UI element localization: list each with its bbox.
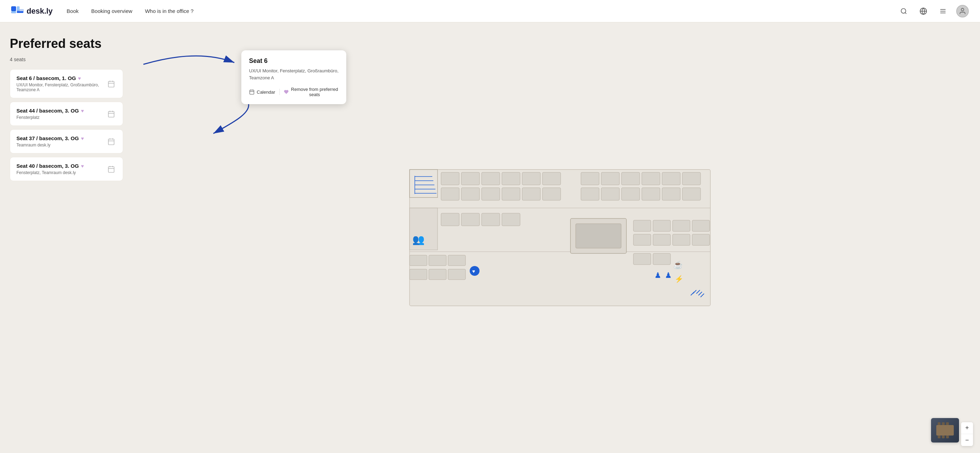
svg-rect-62 (662, 188, 680, 200)
svg-rect-74 (448, 255, 466, 265)
logo-icon (11, 6, 24, 16)
popup-actions: Calendar Remove from preferred seats (249, 87, 339, 97)
nav-book[interactable]: Book (67, 6, 79, 15)
svg-rect-75 (410, 269, 427, 280)
chair-shape (942, 436, 945, 438)
seat-card-3[interactable]: Seat 40 / basecom, 3. OG ♥ Fensterplatz,… (10, 157, 123, 181)
svg-rect-55 (502, 188, 520, 200)
seat-popup: Seat 6 UX/UI Monitor, Fensterplatz, Groß… (241, 50, 346, 104)
svg-rect-5 (11, 11, 16, 13)
svg-text:♟: ♟ (665, 271, 672, 280)
svg-rect-73 (429, 255, 446, 265)
svg-rect-58 (581, 188, 599, 200)
svg-rect-59 (601, 188, 619, 200)
popup-desc: UX/UI Monitor, Fensterplatz, Großraumbür… (249, 67, 339, 81)
svg-point-8 (901, 8, 906, 13)
seat-card-title-2: Seat 37 / basecom, 3. OG ♥ (16, 135, 106, 141)
svg-rect-56 (522, 188, 540, 200)
floor-plan: 👥 ☕ (396, 162, 718, 313)
svg-rect-84 (633, 234, 651, 245)
calendar-btn-3[interactable] (106, 164, 116, 175)
svg-rect-60 (622, 188, 640, 200)
svg-rect-54 (482, 188, 500, 200)
user-icon (959, 7, 966, 15)
seat-count: 4 seats (10, 57, 123, 62)
main-layout: Preferred seats 4 seats Seat 6 / basecom… (0, 22, 980, 453)
heart-icon-2: ♥ (81, 136, 84, 141)
popup-calendar-btn[interactable]: Calendar (249, 89, 275, 95)
logo[interactable]: desk.ly (11, 6, 53, 16)
avatar[interactable] (956, 5, 969, 17)
svg-rect-49 (642, 172, 660, 185)
chair-shape (942, 422, 945, 425)
svg-rect-24 (108, 139, 115, 145)
seat-card-0[interactable]: Seat 6 / basecom, 1. OG ♥ UX/UI Monitor,… (10, 69, 123, 98)
nav-booking-overview[interactable]: Booking overview (91, 6, 132, 15)
svg-rect-6 (17, 6, 19, 11)
svg-rect-69 (502, 213, 520, 226)
seat-card-info-2: Seat 37 / basecom, 3. OG ♥ Teamraum desk… (16, 135, 106, 148)
svg-rect-77 (448, 269, 466, 280)
seat-card-subtitle-0: UX/UI Monitor, Fensterplatz, Großraumbür… (16, 83, 106, 92)
seat-card-2[interactable]: Seat 37 / basecom, 3. OG ♥ Teamraum desk… (10, 129, 123, 153)
room-photo (931, 418, 959, 442)
logo-text: desk.ly (27, 6, 53, 16)
svg-rect-28 (108, 166, 115, 172)
header-actions (897, 5, 969, 17)
seat-card-subtitle-2: Teamraum desk.ly (16, 143, 106, 148)
popup-remove-btn[interactable]: Remove from preferred seats (284, 87, 339, 97)
svg-rect-20 (108, 111, 115, 117)
svg-rect-79 (576, 224, 621, 248)
right-panel: 👥 ☕ (133, 22, 980, 453)
calendar-icon (107, 138, 115, 145)
chair-shape (938, 422, 940, 425)
svg-text:♥: ♥ (472, 269, 475, 274)
svg-point-15 (961, 8, 964, 11)
heart-icon-0: ♥ (78, 75, 81, 81)
chair-shape (946, 436, 949, 438)
seat-card-info-1: Seat 44 / basecom, 3. OG ♥ Fensterplatz (16, 108, 106, 120)
seat-card-1[interactable]: Seat 44 / basecom, 3. OG ♥ Fensterplatz (10, 102, 123, 126)
zoom-out-button[interactable]: − (961, 434, 973, 446)
svg-rect-89 (653, 253, 670, 265)
heart-outline-icon (284, 89, 288, 95)
globe-icon (920, 7, 927, 15)
svg-rect-101 (250, 90, 254, 94)
svg-rect-57 (542, 188, 561, 200)
calendar-icon (107, 110, 115, 118)
chair-shape (946, 422, 949, 425)
page-title: Preferred seats (10, 37, 123, 51)
zoom-in-button[interactable]: + (961, 422, 973, 434)
svg-text:♟: ♟ (654, 271, 661, 280)
svg-rect-53 (461, 188, 479, 200)
heart-icon-1: ♥ (81, 108, 84, 114)
hamburger-icon (939, 8, 947, 15)
seat-card-subtitle-1: Fensterplatz (16, 115, 106, 120)
svg-text:👥: 👥 (412, 234, 425, 245)
search-button[interactable] (897, 5, 910, 17)
search-icon (900, 8, 907, 15)
nav-who-in-office[interactable]: Who is in the office ? (145, 6, 193, 15)
seat-card-info-0: Seat 6 / basecom, 1. OG ♥ UX/UI Monitor,… (16, 75, 106, 92)
calendar-btn-2[interactable] (106, 136, 116, 147)
seat-card-subtitle-3: Fensterplatz, Teamraum desk.ly (16, 170, 106, 175)
calendar-btn-0[interactable] (106, 79, 116, 89)
svg-rect-43 (502, 172, 520, 185)
calendar-btn-1[interactable] (106, 109, 116, 119)
svg-rect-66 (441, 213, 459, 226)
svg-rect-41 (461, 172, 479, 185)
svg-rect-48 (622, 172, 640, 185)
svg-rect-44 (522, 172, 540, 185)
seat-card-title-1: Seat 44 / basecom, 3. OG ♥ (16, 108, 106, 114)
svg-rect-83 (692, 220, 710, 231)
popup-title: Seat 6 (249, 57, 339, 65)
svg-rect-45 (542, 172, 561, 185)
conf-table-shape (936, 425, 954, 436)
calendar-small-icon (249, 89, 255, 95)
seat-card-title-0: Seat 6 / basecom, 1. OG ♥ (16, 75, 106, 81)
svg-rect-63 (682, 188, 700, 200)
svg-rect-7 (17, 11, 24, 13)
globe-button[interactable] (917, 5, 930, 17)
calendar-icon (107, 80, 115, 88)
menu-button[interactable] (937, 5, 949, 17)
